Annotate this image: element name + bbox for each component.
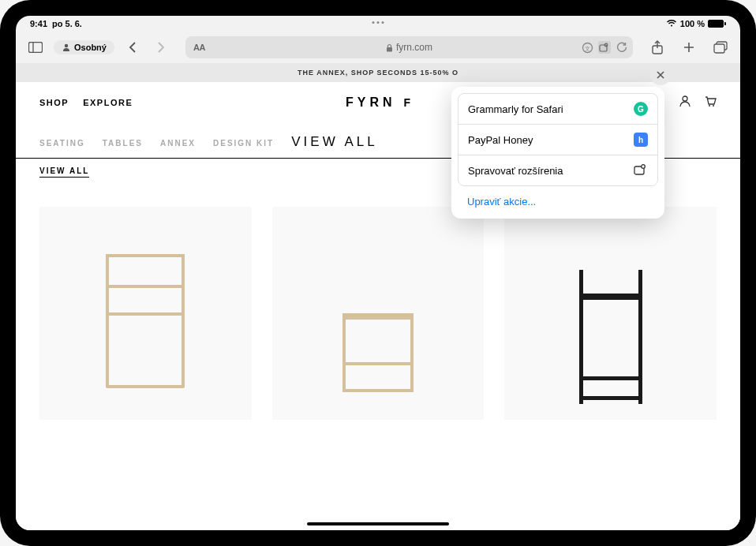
extension-item-honey[interactable]: PayPal Honey h <box>458 125 657 155</box>
safari-toolbar: Osobný AA fyrn.com 文 <box>16 32 740 63</box>
url-text: fyrn.com <box>396 42 432 53</box>
cart-icon[interactable] <box>704 95 717 110</box>
forward-button[interactable] <box>151 37 171 58</box>
wifi-icon <box>666 19 677 28</box>
product-image <box>106 254 185 388</box>
promo-banner[interactable]: THE ANNEX, SHOP SECONDS 15-50% O <box>16 63 740 82</box>
status-time: 9:41 <box>30 19 47 28</box>
extension-label: PayPal Honey <box>468 134 533 146</box>
share-icon[interactable] <box>647 37 668 58</box>
profile-button[interactable]: Osobný <box>54 40 114 54</box>
close-icon[interactable] <box>650 65 671 85</box>
product-card[interactable] <box>272 207 485 420</box>
translate-icon[interactable]: 文 <box>581 41 593 54</box>
svg-point-13 <box>713 105 714 107</box>
product-card[interactable] <box>504 207 717 420</box>
multitask-dots[interactable] <box>372 21 384 24</box>
svg-rect-10 <box>714 44 724 53</box>
category-seating[interactable]: SEATING <box>39 139 85 148</box>
tabs-overview-icon[interactable] <box>710 37 731 58</box>
svg-rect-0 <box>29 43 43 53</box>
person-icon <box>62 43 71 52</box>
site-logo[interactable]: FYRN F <box>346 95 410 110</box>
svg-point-11 <box>683 96 687 101</box>
account-icon[interactable] <box>679 95 691 110</box>
battery-icon <box>708 20 726 28</box>
back-button[interactable] <box>122 37 143 58</box>
svg-point-15 <box>642 165 646 169</box>
svg-text:文: 文 <box>585 45 590 50</box>
manage-extensions-item[interactable]: Spravovať rozšírenia <box>458 155 657 185</box>
product-card[interactable] <box>39 207 252 420</box>
nav-shop[interactable]: SHOP <box>39 98 69 107</box>
reader-aa-button[interactable]: AA <box>193 43 205 52</box>
url-bar[interactable]: AA fyrn.com 文 <box>185 36 633 58</box>
new-tab-icon[interactable] <box>679 37 699 58</box>
home-indicator[interactable] <box>307 522 449 525</box>
sidebar-toggle-icon[interactable] <box>25 37 46 58</box>
category-design-kit[interactable]: DESIGN KIT <box>213 139 274 148</box>
reload-icon[interactable] <box>616 41 628 54</box>
extensions-list: Grammarly for Safari G PayPal Honey h Sp… <box>458 93 658 186</box>
svg-point-2 <box>65 44 68 47</box>
extension-label: Spravovať rozšírenia <box>468 165 563 177</box>
product-image <box>342 313 414 392</box>
svg-point-12 <box>709 105 710 107</box>
ipad-device-frame: 9:41 po 5. 6. 100 % Osob <box>0 0 756 546</box>
screen: 9:41 po 5. 6. 100 % Osob <box>16 16 740 530</box>
category-tables[interactable]: TABLES <box>103 139 143 148</box>
product-image <box>579 270 642 404</box>
puzzle-icon <box>634 163 648 178</box>
grammarly-icon: G <box>634 102 648 116</box>
category-annex[interactable]: ANNEX <box>160 139 196 148</box>
profile-label: Osobný <box>74 43 107 52</box>
category-view-all[interactable]: VIEW ALL <box>291 134 377 150</box>
honey-icon: h <box>634 133 648 147</box>
product-grid <box>16 183 740 420</box>
status-battery-text: 100 % <box>680 19 705 28</box>
status-date: po 5. 6. <box>52 19 82 28</box>
extensions-popover: Grammarly for Safari G PayPal Honey h Sp… <box>451 87 664 219</box>
logo-mark: F <box>404 96 411 109</box>
subcategory-view-all[interactable]: VIEW ALL <box>39 166 89 178</box>
edit-actions-link[interactable]: Upraviť akcie... <box>458 186 658 212</box>
extension-item-grammarly[interactable]: Grammarly for Safari G <box>458 94 657 125</box>
extensions-icon[interactable] <box>598 41 611 54</box>
status-bar: 9:41 po 5. 6. 100 % <box>16 16 740 32</box>
logo-text: FYRN <box>346 95 396 110</box>
nav-explore[interactable]: EXPLORE <box>83 98 133 107</box>
svg-rect-3 <box>387 47 392 52</box>
lock-icon <box>386 43 393 52</box>
extension-label: Grammarly for Safari <box>468 103 563 115</box>
